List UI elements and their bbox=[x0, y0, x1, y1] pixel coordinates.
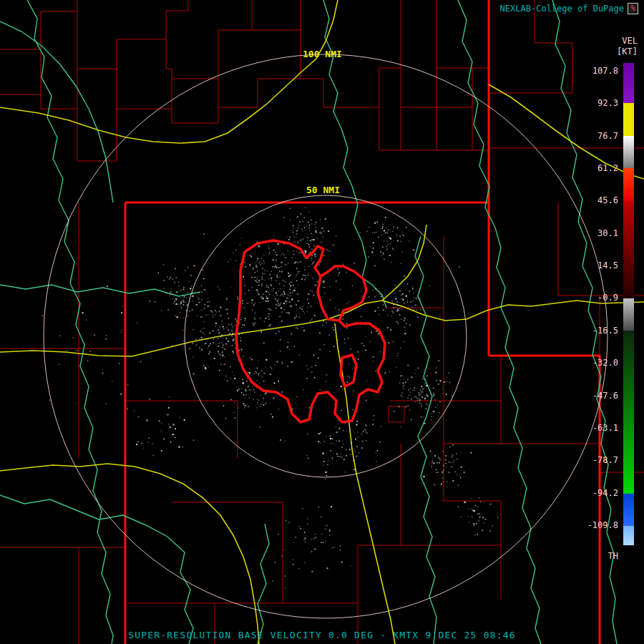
radar-echo bbox=[426, 375, 428, 376]
radar-echo bbox=[390, 329, 391, 331]
radar-echo bbox=[322, 534, 323, 535]
radar-echo bbox=[90, 351, 91, 351]
radar-echo bbox=[419, 402, 419, 403]
radar-echo bbox=[185, 302, 186, 303]
radar-echo bbox=[170, 291, 172, 293]
radar-echo bbox=[319, 265, 320, 266]
radar-echo bbox=[403, 386, 404, 387]
radar-echo bbox=[334, 392, 335, 393]
radar-echo bbox=[137, 322, 138, 323]
radar-echo bbox=[353, 409, 353, 410]
radar-echo bbox=[267, 271, 268, 272]
radar-echo bbox=[258, 404, 258, 405]
radar-echo bbox=[394, 226, 394, 227]
radar-echo bbox=[413, 293, 414, 293]
radar-echo bbox=[278, 291, 279, 291]
radar-echo bbox=[427, 405, 428, 406]
radar-echo bbox=[420, 389, 421, 391]
radar-echo bbox=[473, 507, 474, 507]
radar-echo bbox=[432, 464, 433, 464]
radar-echo bbox=[220, 354, 220, 355]
radar-echo bbox=[284, 255, 285, 255]
radar-echo bbox=[358, 436, 359, 438]
radar-echo bbox=[288, 250, 288, 251]
radar-echo bbox=[448, 372, 449, 374]
radar-echo bbox=[326, 322, 326, 323]
radar-echo bbox=[200, 317, 201, 318]
county-line bbox=[41, 11, 77, 109]
radar-echo bbox=[203, 366, 205, 367]
radar-echo bbox=[436, 469, 437, 470]
radar-echo bbox=[265, 291, 267, 292]
radar-echo bbox=[220, 307, 221, 308]
radar-echo bbox=[356, 424, 358, 426]
radar-echo bbox=[479, 517, 479, 518]
radar-echo bbox=[275, 333, 276, 334]
radar-echo bbox=[173, 303, 174, 303]
radar-echo bbox=[354, 433, 355, 434]
radar-echo bbox=[443, 393, 444, 394]
radar-echo bbox=[262, 268, 263, 269]
radar-echo bbox=[235, 418, 235, 419]
radar-echo bbox=[369, 296, 369, 297]
radar-echo bbox=[307, 307, 308, 308]
radar-echo bbox=[219, 289, 220, 290]
radar-echo bbox=[431, 462, 432, 463]
radar-echo bbox=[298, 285, 298, 286]
radar-echo bbox=[291, 298, 293, 300]
radar-echo bbox=[294, 346, 295, 347]
radar-echo bbox=[266, 286, 267, 286]
radar-echo bbox=[256, 407, 257, 408]
radar-echo bbox=[336, 427, 336, 428]
radar-echo bbox=[270, 414, 271, 414]
radar-echo bbox=[304, 562, 305, 563]
radar-echo bbox=[347, 381, 348, 382]
radar-echo bbox=[330, 299, 331, 300]
radar-echo bbox=[323, 321, 324, 321]
radar-echo bbox=[304, 313, 305, 313]
radar-echo bbox=[448, 462, 449, 462]
radar-echo bbox=[286, 254, 287, 255]
radar-echo bbox=[243, 382, 244, 384]
radar-echo bbox=[231, 336, 232, 336]
radar-echo bbox=[201, 337, 202, 338]
radar-echo bbox=[178, 282, 179, 283]
radar-echo bbox=[265, 404, 266, 404]
radar-echo bbox=[241, 349, 243, 351]
radar-echo bbox=[306, 225, 307, 226]
radar-echo bbox=[204, 333, 205, 334]
radar-echo bbox=[321, 242, 321, 243]
colorbar-segment bbox=[623, 103, 634, 136]
radar-echo bbox=[256, 266, 258, 268]
radar-echo bbox=[176, 277, 177, 278]
radar-echo bbox=[204, 289, 205, 291]
radar-echo bbox=[401, 309, 402, 310]
radar-echo bbox=[258, 361, 258, 361]
radar-echo bbox=[446, 394, 447, 395]
colorbar-segment bbox=[623, 168, 634, 201]
radar-echo bbox=[225, 309, 227, 311]
radar-echo bbox=[364, 429, 366, 431]
radar-echo bbox=[290, 285, 291, 286]
radar-echo bbox=[483, 502, 484, 502]
radar-echo bbox=[255, 303, 255, 303]
radar-echo bbox=[336, 235, 337, 237]
radar-echo bbox=[299, 316, 300, 317]
radar-echo bbox=[263, 404, 264, 406]
radar-echo bbox=[230, 287, 230, 288]
radar-echo bbox=[333, 329, 334, 330]
radar-echo bbox=[290, 286, 291, 287]
county-line bbox=[117, 69, 172, 109]
radar-echo bbox=[329, 530, 331, 531]
radar-echo bbox=[286, 281, 286, 282]
radar-echo bbox=[257, 276, 258, 277]
radar-echo bbox=[188, 281, 189, 282]
radar-echo bbox=[302, 306, 303, 307]
radar-echo bbox=[293, 225, 294, 225]
radar-echo bbox=[420, 394, 421, 395]
radar-echo bbox=[436, 472, 437, 473]
radar-echo bbox=[87, 360, 89, 361]
radar-echo bbox=[190, 311, 190, 311]
radar-echo bbox=[299, 313, 300, 314]
radar-echo bbox=[237, 390, 238, 391]
